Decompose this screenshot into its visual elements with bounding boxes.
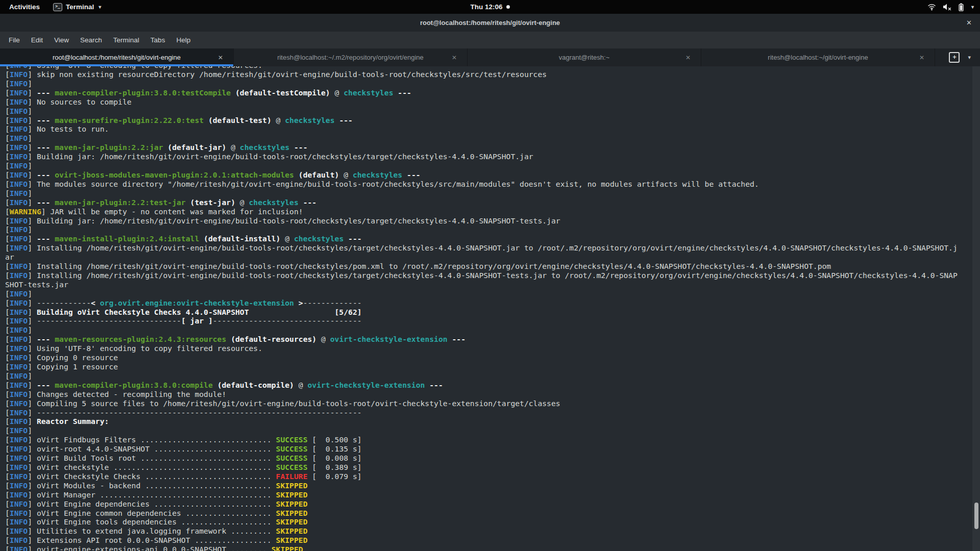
terminal-line: [INFO] Building jar: /home/ritesh/git/ov… (5, 152, 971, 161)
terminal-line: [INFO] Copying 1 resource (5, 362, 971, 371)
terminal-line: [INFO] Reactor Summary: (5, 417, 971, 426)
scrollbar-track[interactable] (972, 66, 980, 551)
terminal-line: [INFO] The modules source directory "/ho… (5, 180, 971, 189)
terminal-line: [INFO] (5, 289, 971, 298)
tab-label: ritesh@localhost:~/git/ovirt-engine (768, 54, 868, 61)
tab-close-icon[interactable]: ✕ (685, 54, 691, 61)
terminal-line: [INFO] --- maven-install-plugin:2.4:inst… (5, 234, 971, 243)
terminal-line: [INFO] --- maven-jar-plugin:2.2:test-jar… (5, 198, 971, 207)
terminal-line: [INFO] --- maven-compiler-plugin:3.8.0:t… (5, 88, 971, 97)
terminal-line: [INFO] (5, 189, 971, 198)
window-title-bar[interactable]: root@localhost:/home/ritesh/git/ovirt-en… (0, 14, 980, 32)
terminal-line: [INFO] --------------------------------[… (5, 316, 971, 325)
terminal-line: [INFO] Copying 0 resource (5, 353, 971, 362)
terminal-line: [INFO] (5, 79, 971, 88)
terminal-line: [INFO] oVirt Engine dependencies .......… (5, 499, 971, 509)
terminal-line: [INFO] ovirt-engine-extensions-api 0.0.0… (5, 545, 971, 551)
tab-bar: root@localhost:/home/ritesh/git/ovirt-en… (0, 48, 980, 66)
window-close-button[interactable]: ✕ (966, 14, 972, 32)
tab-close-icon[interactable]: ✕ (919, 54, 924, 61)
terminal-viewport[interactable]: [INFO] Using 'UTF-8' encoding to copy fi… (0, 66, 980, 551)
clock[interactable]: Thu 12:06 (470, 3, 502, 11)
tab-label: vagrant@ritesh:~ (559, 54, 610, 61)
menu-item-tabs[interactable]: Tabs (145, 34, 171, 46)
tab-label: ritesh@localhost:~/.m2/repository/org/ov… (277, 54, 424, 61)
terminal-line: [INFO] oVirt Engine tools dependencies .… (5, 517, 971, 527)
terminal-line: [INFO] oVirt Manager ...................… (5, 490, 971, 499)
terminal-line: [INFO] --- maven-resources-plugin:2.4.3:… (5, 335, 971, 344)
screen: Activities >_ Terminal ▾ Thu 12:06 (0, 0, 980, 551)
terminal-line: [INFO] oVirt Modules - backend .........… (5, 481, 971, 490)
terminal-line: [INFO] No tests to run. (5, 124, 971, 134)
terminal-line: [WARNING] JAR will be empty - no content… (5, 207, 971, 216)
terminal-line: [INFO] (5, 371, 971, 381)
menu-item-file[interactable]: File (3, 34, 26, 46)
notification-dot-icon (506, 5, 510, 9)
terminal-line: [INFO] oVirt Engine common dependencies … (5, 509, 971, 518)
menu-item-terminal[interactable]: Terminal (108, 34, 145, 46)
terminal-line: [INFO] ovirt-root 4.4.0-SNAPSHOT .......… (5, 444, 971, 454)
terminal-line: [INFO] (5, 161, 971, 170)
terminal-tab-4[interactable]: ritesh@localhost:~/git/ovirt-engine✕ (701, 48, 935, 66)
window-title: root@localhost:/home/ritesh/git/ovirt-en… (420, 19, 560, 27)
tab-close-icon[interactable]: ✕ (218, 54, 223, 61)
terminal-line: [INFO] Installing /home/ritesh/git/ovirt… (5, 262, 971, 271)
new-tab-button[interactable]: + (949, 52, 960, 63)
terminal-line: [INFO] Changes detected - recompiling th… (5, 390, 971, 399)
terminal-line: [INFO] ---------------------------------… (5, 408, 971, 417)
terminal-tab-3[interactable]: vagrant@ritesh:~✕ (468, 48, 701, 66)
tab-label: root@localhost:/home/ritesh/git/ovirt-en… (53, 54, 181, 61)
tab-close-icon[interactable]: ✕ (452, 54, 457, 61)
terminal-line: [INFO] Utilities to extend java.logging … (5, 527, 971, 536)
terminal-line: [INFO] Compiling 5 source files to /home… (5, 399, 971, 408)
terminal-line: [INFO] oVirt checkstyle ................… (5, 463, 971, 472)
terminal-line: [INFO] skip non existing resourceDirecto… (5, 70, 971, 79)
terminal-line: [INFO] --- maven-compiler-plugin:3.8.0:c… (5, 381, 971, 390)
terminal-line: [INFO] --- ovirt-jboss-modules-maven-plu… (5, 170, 971, 180)
terminal-line: [INFO] --- maven-surefire-plugin:2.22.0:… (5, 116, 971, 125)
terminal-output: [INFO] Using 'UTF-8' encoding to copy fi… (5, 66, 971, 551)
terminal-line: [INFO] Installing /home/ritesh/git/ovirt… (5, 243, 971, 253)
menu-item-view[interactable]: View (48, 34, 75, 46)
terminal-line: [INFO] --- maven-jar-plugin:2.2:jar (def… (5, 143, 971, 152)
terminal-line: [INFO] ------------< org.ovirt.engine:ov… (5, 298, 971, 308)
scrollbar-thumb[interactable] (974, 503, 978, 529)
terminal-line: [INFO] (5, 134, 971, 143)
terminal-line: [INFO] (5, 225, 971, 234)
terminal-line: [INFO] Installing /home/ritesh/git/ovirt… (5, 271, 971, 280)
terminal-line: [INFO] oVirt Build Tools root ..........… (5, 454, 971, 463)
terminal-line: [INFO] No sources to compile (5, 97, 971, 107)
terminal-tab-1[interactable]: root@localhost:/home/ritesh/git/ovirt-en… (0, 48, 234, 66)
menu-item-help[interactable]: Help (170, 34, 196, 46)
terminal-line: [INFO] (5, 107, 971, 116)
terminal-tab-2[interactable]: ritesh@localhost:~/.m2/repository/org/ov… (234, 48, 468, 66)
terminal-line: ar (5, 253, 971, 262)
terminal-line: [INFO] Building oVirt Checkstyle Checks … (5, 308, 971, 317)
terminal-line: [INFO] Using 'UTF-8' encoding to copy fi… (5, 344, 971, 353)
terminal-line: SHOT-tests.jar (5, 280, 971, 289)
menu-bar: FileEditViewSearchTerminalTabsHelp (0, 32, 980, 48)
terminal-line: [INFO] Building jar: /home/ritesh/git/ov… (5, 216, 971, 226)
terminal-line: [INFO] oVirt Findbugs Filters ..........… (5, 435, 971, 444)
gnome-top-bar: Activities >_ Terminal ▾ Thu 12:06 (0, 0, 980, 14)
tab-list-dropdown-icon[interactable]: ▾ (968, 54, 971, 61)
menu-item-search[interactable]: Search (75, 34, 108, 46)
terminal-line: [INFO] (5, 325, 971, 335)
terminal-line: [INFO] oVirt Checkstyle Checks .........… (5, 472, 971, 481)
terminal-line: [INFO] Using 'UTF-8' encoding to copy fi… (5, 66, 971, 70)
menu-item-edit[interactable]: Edit (26, 34, 48, 46)
terminal-line: [INFO] Extensions API root 0.0.0-SNAPSHO… (5, 536, 971, 545)
terminal-line: [INFO] (5, 426, 971, 435)
